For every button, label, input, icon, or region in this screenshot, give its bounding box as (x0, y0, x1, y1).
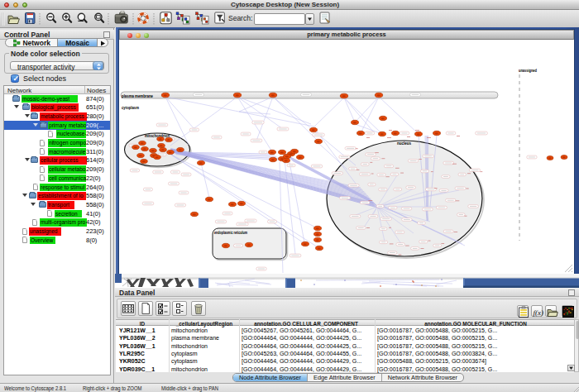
svg-text:unassigned: unassigned (519, 68, 537, 73)
svg-text:endoplasmic reticulum: endoplasmic reticulum (214, 230, 247, 235)
svg-text:nucleus: nucleus (397, 141, 411, 146)
svg-text:plasma membrane: plasma membrane (122, 93, 153, 98)
svg-text:cytoplasm: cytoplasm (122, 105, 139, 110)
svg-text:mitochondrion: mitochondrion (145, 133, 170, 138)
svg-text:f(x): f(x) (534, 308, 544, 317)
